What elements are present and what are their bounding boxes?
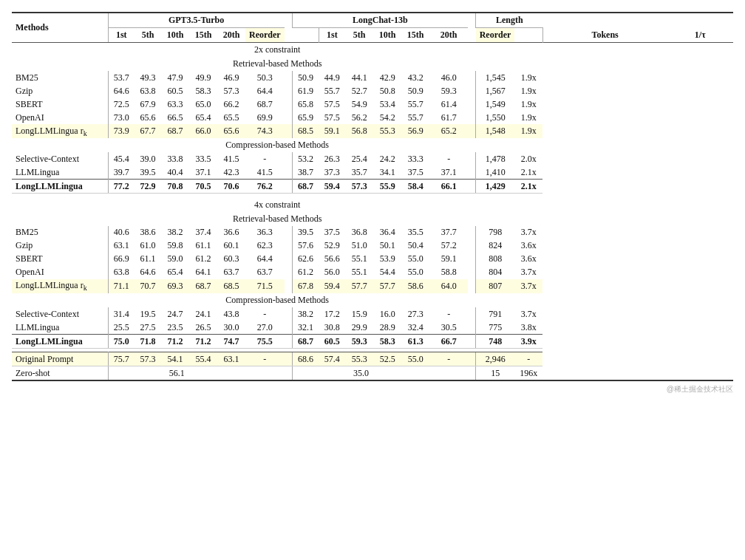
category-compression-2x: Compression-based Methods [12,138,733,152]
row-llmlingua-2x: LLMLingua 39.739.540.437.142.341.5 38.73… [12,165,733,180]
row-longlinguark-2x: LongLLMLingua rk 73.9 67.7 68.7 66.0 65.… [12,124,733,138]
row-gzip-2x: Gzip 64.663.860.558.357.364.4 61.955.752… [12,84,733,98]
col-lc-5th: 5th [345,28,373,43]
col-lc-10th: 10th [373,28,401,43]
row-sbert-4x: SBERT 66.961.159.061.260.364.4 62.656.65… [12,253,733,266]
row-llmlingua-4x: LLMLingua 25.527.523.526.530.027.0 32.13… [12,321,733,335]
constraint-2x-row: 2x constraint [12,43,733,58]
watermark: @稀土掘金技术社区 [12,384,733,395]
col-lc-1st: 1st [319,28,345,43]
zero-shot-lc-val: 35.0 [292,366,429,381]
col-tokens: Tokens [542,28,667,43]
col-gpt-1st: 1st [108,28,135,43]
gpt-group-header: GPT3.5-Turbo [108,13,285,28]
row-gzip-4x: Gzip 63.161.059.861.160.162.3 57.652.951… [12,239,733,253]
constraint-4x-row: 4x constraint [12,198,733,212]
constraint-2x-label: 2x constraint [12,43,542,58]
row-openai-2x: OpenAI 73.065.666.565.465.569.9 65.957.5… [12,111,733,124]
col-gpt-15th: 15th [189,28,217,43]
longchat-group-header: LongChat-13b [292,13,468,28]
row-bm25-2x: BM25 53.749.347.949.946.950.3 50.944.944… [12,71,733,84]
col-lc-reorder: Reorder [476,28,515,43]
row-sbert-2x: SBERT 72.567.963.365.066.268.7 65.857.55… [12,98,733,111]
col-lc-15th: 15th [401,28,429,43]
length-group-header: Length [476,13,543,28]
col-gpt-reorder: Reorder [245,28,285,43]
results-table: Methods GPT3.5-Turbo LongChat-13b Length… [12,12,733,381]
category-retrieval-4x: Retrieval-based Methods [12,212,733,226]
col-tau: 1/τ [667,28,734,43]
row-longlinguark-4x: LongLLMLingua rk 71.1 70.7 69.3 68.7 68.… [12,279,733,293]
original-prompt-label: Original Prompt [12,352,108,366]
method-bm25-2x: BM25 [12,71,108,84]
row-zero-shot: Zero-shot 56.1 35.0 15 196x [12,366,733,381]
row-selcon-4x: Selective-Context 31.419.524.724.143.8- … [12,307,733,321]
zero-shot-tau: 196x [514,366,542,381]
col-gpt-10th: 10th [161,28,189,43]
row-longllmlingua-2x: LongLLMLingua 77.272.970.870.570.676.2 6… [12,180,733,194]
zero-shot-label: Zero-shot [12,366,108,381]
constraint-4x-label: 4x constraint [12,198,542,212]
col-gpt-5th: 5th [135,28,161,43]
row-bm25-4x: BM25 40.638.638.237.436.636.3 39.537.536… [12,226,733,239]
zero-shot-gpt-val: 56.1 [108,366,245,381]
row-openai-4x: OpenAI 63.864.665.464.163.763.7 61.256.0… [12,266,733,279]
category-retrieval-2x: Retrieval-based Methods [12,57,733,71]
row-longllmlingua-4x: LongLLMLingua 75.071.871.271.274.775.5 6… [12,335,733,349]
retrieval-label: Retrieval-based Methods [12,57,542,71]
category-compression-4x: Compression-based Methods [12,293,733,307]
header-group-row: Methods GPT3.5-Turbo LongChat-13b Length [12,13,733,28]
col-gpt-20th: 20th [217,28,245,43]
methods-header: Methods [12,13,108,43]
col-lc-20th: 20th [429,28,468,43]
sub-header-row: 1st 5th 10th 15th 20th Reorder 1st 5th 1… [12,28,733,43]
zero-shot-tokens: 15 [476,366,515,381]
row-original-prompt: Original Prompt 75.7 57.3 54.1 55.4 63.1… [12,352,733,366]
row-selcon-2x: Selective-Context 45.439.033.833.541.5- … [12,152,733,165]
